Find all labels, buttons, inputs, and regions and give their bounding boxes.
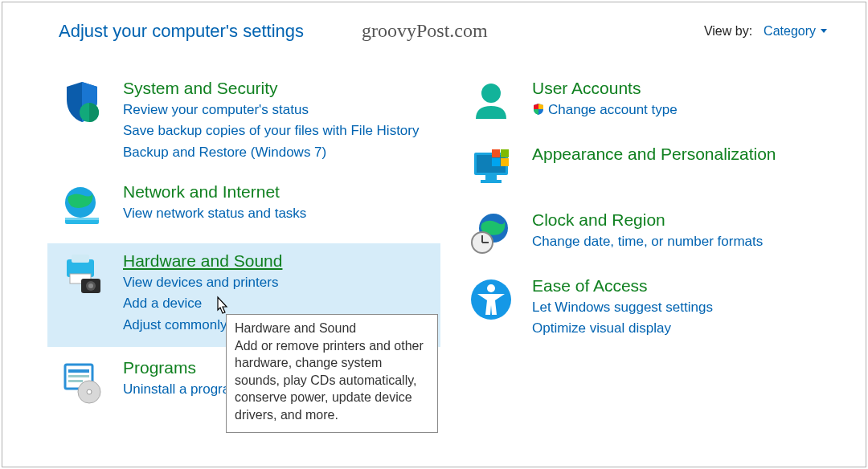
category-body: System and SecurityReview your computer'…: [123, 79, 432, 163]
category-body: Ease of AccessLet Windows suggest settin…: [532, 276, 841, 340]
category-body: User AccountsChange account type: [532, 79, 841, 122]
category-title-link[interactable]: Ease of Access: [532, 276, 648, 296]
sublink[interactable]: Change account type: [532, 100, 841, 122]
view-by-value: Category: [764, 24, 816, 39]
page-title: Adjust your computer's settings: [59, 21, 304, 42]
category-system-and-security: System and SecurityReview your computer'…: [47, 74, 440, 171]
svg-rect-19: [485, 175, 497, 180]
tooltip-title: Hardware and Sound: [235, 320, 429, 337]
category-title-link[interactable]: User Accounts: [532, 79, 641, 98]
category-title-link[interactable]: Appearance and Personalization: [532, 145, 776, 164]
category-title-link[interactable]: Network and Internet: [123, 182, 280, 202]
svg-rect-22: [501, 149, 509, 157]
sublink[interactable]: Backup and Restore (Windows 7): [123, 142, 432, 163]
sublink[interactable]: Optimize visual display: [532, 318, 841, 339]
category-title-link[interactable]: Programs: [123, 358, 196, 377]
sublink-text: Backup and Restore (Windows 7): [123, 145, 326, 160]
globe-clock-icon: [468, 210, 514, 257]
sublink[interactable]: View network status and tasks: [123, 203, 432, 224]
view-by-dropdown[interactable]: Category: [764, 24, 827, 39]
sublinks: Change date, time, or number formats: [532, 231, 841, 252]
sublink-text: View network status and tasks: [123, 206, 306, 221]
svg-rect-24: [501, 158, 509, 166]
sublink-text: Optimize visual display: [532, 320, 671, 336]
view-by-label: View by:: [704, 24, 752, 39]
category-title-link[interactable]: System and Security: [123, 79, 278, 98]
category-ease-of-access: Ease of AccessLet Windows suggest settin…: [457, 271, 850, 348]
programs-disc-icon: [59, 358, 105, 405]
svg-rect-5: [72, 255, 89, 263]
tooltip-body: Add or remove printers and other hardwar…: [235, 337, 429, 424]
monitor-apps-icon: [468, 145, 514, 191]
svg-rect-23: [492, 158, 500, 166]
category-body: Appearance and Personalization: [532, 145, 841, 165]
shield-security-icon: [59, 79, 105, 125]
globe-network-icon: [59, 182, 105, 229]
svg-point-15: [87, 389, 92, 394]
category-body: Clock and RegionChange date, time, or nu…: [532, 210, 841, 252]
sublink-text: Uninstall a program: [123, 381, 241, 397]
printer-camera-icon: [59, 251, 105, 298]
category-title-link[interactable]: Clock and Region: [532, 210, 665, 230]
watermark: groovyPost.com: [362, 20, 488, 42]
control-panel-window: Adjust your computer's settings groovyPo…: [2, 2, 866, 467]
uac-shield-icon: [532, 101, 545, 122]
sublink-text: Review your computer's status: [123, 102, 309, 117]
sublink[interactable]: Review your computer's status: [123, 100, 432, 120]
svg-rect-12: [68, 375, 89, 377]
header: Adjust your computer's settings groovyPo…: [2, 2, 866, 51]
sublink-text: Let Windows suggest settings: [532, 300, 713, 315]
sublink-text: Change account type: [548, 102, 678, 117]
category-appearance-and-personalization: Appearance and Personalization: [457, 140, 850, 199]
sublinks: Review your computer's statusSave backup…: [123, 100, 432, 163]
svg-rect-13: [68, 380, 83, 382]
category-body: Network and InternetView network status …: [123, 182, 432, 224]
category-clock-and-region: Clock and RegionChange date, time, or nu…: [457, 206, 850, 265]
category-user-accounts: User AccountsChange account type: [457, 74, 850, 133]
user-accounts-icon: [468, 79, 514, 125]
sublinks: Let Windows suggest settingsOptimize vis…: [532, 297, 841, 340]
svg-rect-20: [481, 180, 502, 183]
accessibility-icon: [468, 276, 514, 323]
svg-point-9: [88, 283, 93, 288]
sublink[interactable]: Add a device: [123, 293, 432, 314]
svg-rect-11: [68, 369, 89, 373]
sublink-text: View devices and printers: [123, 275, 278, 290]
sublinks: Change account type: [532, 100, 841, 122]
sublink-text: Change date, time, or number formats: [532, 234, 763, 249]
sublink[interactable]: View devices and printers: [123, 272, 432, 293]
svg-rect-21: [492, 149, 500, 157]
sublink[interactable]: Change date, time, or number formats: [532, 231, 841, 252]
sublink-text: Save backup copies of your files with Fi…: [123, 123, 420, 138]
category-title-link[interactable]: Hardware and Sound: [123, 251, 282, 271]
view-by: View by: Category: [704, 24, 827, 39]
sublink-text: Add a device: [123, 296, 202, 311]
category-network-and-internet: Network and InternetView network status …: [47, 177, 440, 237]
svg-point-16: [481, 84, 501, 103]
tooltip: Hardware and Sound Add or remove printer…: [226, 314, 438, 433]
svg-rect-3: [65, 218, 99, 220]
svg-point-30: [487, 284, 495, 292]
sublinks: View network status and tasks: [123, 203, 432, 224]
sublink[interactable]: Let Windows suggest settings: [532, 297, 841, 318]
sublink[interactable]: Save backup copies of your files with Fi…: [123, 120, 432, 141]
chevron-down-icon: [821, 29, 827, 33]
right-column: User AccountsChange account typeAppearan…: [457, 74, 850, 419]
